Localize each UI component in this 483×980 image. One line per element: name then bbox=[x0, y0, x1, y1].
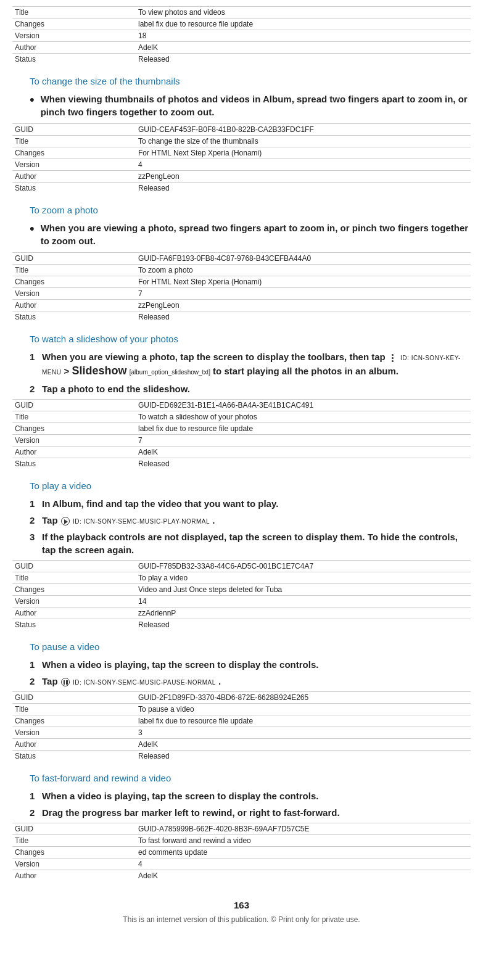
bullet-dot-zoom: • bbox=[30, 222, 35, 236]
meta-version-label-z: Version bbox=[12, 288, 136, 300]
meta-author-label-z: Author bbox=[12, 300, 136, 311]
num-label-ff2: 2 bbox=[30, 806, 42, 819]
meta-author-label-sl: Author bbox=[12, 447, 136, 458]
meta-changes-label-pv: Changes bbox=[12, 584, 136, 596]
meta-guid-label: GUID bbox=[12, 124, 136, 136]
meta-changes-val-pv: Video and Just Once steps deleted for Tu… bbox=[136, 584, 471, 596]
meta-version-val-pv: 14 bbox=[136, 596, 471, 607]
meta-changes-label-ff: Changes bbox=[12, 847, 136, 859]
num-label-pause1: 1 bbox=[30, 658, 42, 671]
meta-status-val-sl: Released bbox=[136, 458, 471, 470]
top-meta-author-value: AdelK bbox=[136, 42, 471, 54]
meta-status-val-paus: Released bbox=[136, 751, 471, 762]
id-sony-semc-music-pause-normal: ID: ICN-SONY-SEMC-MUSIC-PAUSE-NORMAL bbox=[73, 679, 216, 686]
meta-title-val-ff: To fast forward and rewind a video bbox=[136, 835, 471, 847]
bullet-dot: • bbox=[30, 93, 35, 107]
numbered-item-ff-1: 1 When a video is playing, tap the scree… bbox=[30, 789, 471, 802]
top-meta-version-label: Version bbox=[12, 30, 136, 42]
meta-guid-label-sl: GUID bbox=[12, 400, 136, 411]
top-meta-changes-label: Changes bbox=[12, 19, 136, 30]
section-heading-slideshow: To watch a slideshow of your photos bbox=[30, 334, 471, 344]
meta-title-val-pv: To play a video bbox=[136, 572, 471, 584]
num-label-pv1: 1 bbox=[30, 497, 42, 510]
slideshow-label-big: Slideshow bbox=[72, 364, 127, 377]
meta-title-label-pv: Title bbox=[12, 572, 136, 584]
meta-guid-label-z: GUID bbox=[12, 253, 136, 265]
meta-table-thumbnails: GUID GUID-CEAF453F-B0F8-41B0-822B-CA2B33… bbox=[12, 123, 471, 194]
meta-title-val-sl: To watch a slideshow of your photos bbox=[136, 411, 471, 423]
id-sony-semc-music-play-normal: ID: ICN-SONY-SEMC-MUSIC-PLAY-NORMAL bbox=[73, 518, 210, 525]
numbered-item-pv-1: 1 In Album, find and tap the video that … bbox=[30, 497, 471, 510]
meta-guid-val-ff: GUID-A785999B-662F-4020-8B3F-69AAF7D57C5… bbox=[136, 823, 471, 835]
num-text-pv3: If the playback controls are not display… bbox=[42, 530, 471, 556]
bullet-thumbnails-1: • When viewing thumbnails of photos and … bbox=[30, 93, 471, 118]
meta-status-val-thumbnails: Released bbox=[136, 183, 471, 194]
meta-title-label-ff: Title bbox=[12, 835, 136, 847]
top-meta-title-label: Title bbox=[12, 7, 136, 19]
meta-guid-val-zoom: GUID-FA6FB193-0FB8-4C87-9768-B43CEFBA44A… bbox=[136, 253, 471, 265]
meta-guid-val-pv: GUID-F785DB32-33A8-44C6-AD5C-001BC1E7C4A… bbox=[136, 561, 471, 572]
meta-table-pause-video: GUID GUID-2F1D89FD-3370-4BD6-872E-6628B9… bbox=[12, 691, 471, 762]
meta-version-val-sl: 7 bbox=[136, 435, 471, 447]
meta-author-label: Author bbox=[12, 171, 136, 183]
meta-version-label-sl: Version bbox=[12, 435, 136, 447]
numbered-item-slideshow-2: 2 Tap a photo to end the slideshow. bbox=[30, 382, 471, 395]
num-text-ff2: Drag the progress bar marker left to rew… bbox=[42, 806, 471, 819]
pause-icon bbox=[61, 678, 70, 686]
meta-status-val-pv: Released bbox=[136, 619, 471, 631]
num-text-ff1: When a video is playing, tap the screen … bbox=[42, 789, 471, 802]
meta-version-label-pv: Version bbox=[12, 596, 136, 607]
meta-author-val-paus: AdelK bbox=[136, 739, 471, 751]
meta-status-val-zoom: Released bbox=[136, 311, 471, 323]
slideshow-label-small: [album_option_slideshow_txt] bbox=[130, 369, 210, 376]
num-label-pause2: 2 bbox=[30, 675, 42, 688]
meta-table-play-video: GUID GUID-F785DB32-33A8-44C6-AD5C-001BC1… bbox=[12, 560, 471, 630]
meta-status-label-z: Status bbox=[12, 311, 136, 323]
section-heading-thumbnails: To change the size of the thumbnails bbox=[30, 76, 471, 86]
meta-version-label-ff: Version bbox=[12, 859, 136, 870]
meta-changes-val-paus: label fix due to resource file update bbox=[136, 715, 471, 727]
meta-changes-val-sl: label fix due to resource file update bbox=[136, 423, 471, 435]
meta-title-val-zoom: To zoom a photo bbox=[136, 265, 471, 276]
meta-status-label-sl: Status bbox=[12, 458, 136, 470]
meta-guid-val-paus: GUID-2F1D89FD-3370-4BD6-872E-6628B924E26… bbox=[136, 692, 471, 704]
section-heading-zoom: To zoom a photo bbox=[30, 205, 471, 215]
footer-note: This is an internet version of this publ… bbox=[12, 915, 471, 924]
top-meta-version-value: 18 bbox=[136, 30, 471, 42]
num-text-pause2: Tap ID: ICN-SONY-SEMC-MUSIC-PAUSE-NORMAL… bbox=[42, 675, 471, 688]
meta-table-zoom: GUID GUID-FA6FB193-0FB8-4C87-9768-B43CEF… bbox=[12, 252, 471, 323]
section-heading-ff: To fast-forward and rewind a video bbox=[30, 773, 471, 783]
meta-changes-val-ff: ed comments update bbox=[136, 847, 471, 859]
num-label-pv3: 3 bbox=[30, 530, 42, 543]
section-heading-pause-video: To pause a video bbox=[30, 641, 471, 652]
numbered-item-pause-2: 2 Tap ID: ICN-SONY-SEMC-MUSIC-PAUSE-NORM… bbox=[30, 675, 471, 688]
meta-author-val-pv: zzAdriennP bbox=[136, 607, 471, 619]
meta-author-val-sl: AdelK bbox=[136, 447, 471, 458]
top-meta-status-label: Status bbox=[12, 54, 136, 65]
section-heading-play-video: To play a video bbox=[30, 480, 471, 491]
meta-changes-val-zoom: For HTML Next Step Xperia (Honami) bbox=[136, 276, 471, 288]
meta-title-val-thumbnails: To change the size of the thumbnails bbox=[136, 136, 471, 147]
meta-changes-label-z: Changes bbox=[12, 276, 136, 288]
bullet-zoom-1: • When you are viewing a photo, spread t… bbox=[30, 221, 471, 247]
top-meta-changes-value: label fix due to resource file update bbox=[136, 19, 471, 30]
num-text-pv1: In Album, find and tap the video that yo… bbox=[42, 497, 471, 510]
meta-status-label-pv: Status bbox=[12, 619, 136, 631]
meta-guid-label-pv: GUID bbox=[12, 561, 136, 572]
meta-version-val-paus: 3 bbox=[136, 727, 471, 739]
top-meta-status-value: Released bbox=[136, 54, 471, 65]
meta-author-val-zoom: zzPengLeon bbox=[136, 300, 471, 311]
numbered-item-pv-2: 2 Tap ID: ICN-SONY-SEMC-MUSIC-PLAY-NORMA… bbox=[30, 514, 471, 527]
top-meta-table: Title To view photos and videos Changes … bbox=[12, 6, 471, 65]
meta-status-label: Status bbox=[12, 183, 136, 194]
num-text-s1: When you are viewing a photo, tap the sc… bbox=[42, 350, 471, 379]
meta-version-label: Version bbox=[12, 159, 136, 171]
meta-guid-val-thumbnails: GUID-CEAF453F-B0F8-41B0-822B-CA2B33FDC1F… bbox=[136, 124, 471, 136]
meta-title-label: Title bbox=[12, 136, 136, 147]
bullet-text-zoom-1: When you are viewing a photo, spread two… bbox=[41, 221, 471, 247]
bullet-text-thumbnails-1: When viewing thumbnails of photos and vi… bbox=[41, 93, 471, 118]
footer-page-number: 163 bbox=[12, 900, 471, 910]
numbered-item-pause-1: 1 When a video is playing, tap the scree… bbox=[30, 658, 471, 671]
meta-author-val-thumbnails: zzPengLeon bbox=[136, 171, 471, 183]
numbered-item-ff-2: 2 Drag the progress bar marker left to r… bbox=[30, 806, 471, 819]
